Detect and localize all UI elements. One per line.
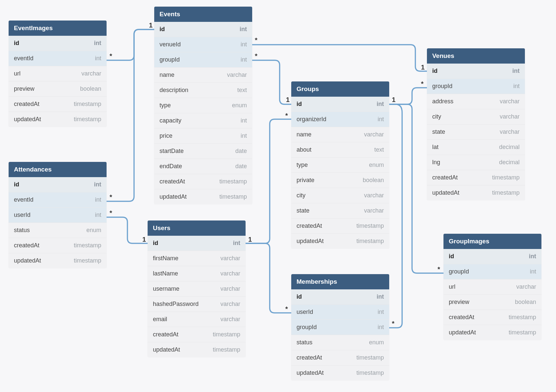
cardinality-one: 1 xyxy=(149,22,153,29)
field-row[interactable]: typeenum xyxy=(154,98,252,113)
field-row[interactable]: updatedAttimestamp xyxy=(9,112,107,127)
field-row[interactable]: urlvarchar xyxy=(443,279,541,294)
cardinality-many: * xyxy=(285,112,288,120)
field-row[interactable]: idint xyxy=(427,64,525,78)
field-name: updatedAt xyxy=(160,193,187,200)
field-row[interactable]: idint xyxy=(9,177,107,192)
field-row[interactable]: groupIdint xyxy=(443,264,541,279)
field-row[interactable]: createdAttimestamp xyxy=(154,174,252,189)
field-row[interactable]: cityvarchar xyxy=(427,109,525,124)
field-row[interactable]: lngdecimal xyxy=(427,155,525,170)
field-row[interactable]: firstNamevarchar xyxy=(148,251,246,266)
field-row[interactable]: latdecimal xyxy=(427,139,525,155)
field-row[interactable]: namevarchar xyxy=(291,127,389,142)
field-row[interactable]: userIdint xyxy=(291,304,389,319)
field-row[interactable]: typeenum xyxy=(291,157,389,172)
field-row[interactable]: statusenum xyxy=(291,335,389,350)
field-row[interactable]: createdAttimestamp xyxy=(148,327,246,342)
entity-eventimages[interactable]: EventImages idinteventIdinturlvarcharpre… xyxy=(9,21,107,127)
field-row[interactable]: eventIdint xyxy=(9,192,107,207)
field-type: timestamp xyxy=(509,329,536,336)
field-row[interactable]: namevarchar xyxy=(154,67,252,82)
field-type: decimal xyxy=(499,144,520,151)
field-type: timestamp xyxy=(356,369,384,376)
field-row[interactable]: groupIdint xyxy=(291,319,389,335)
field-name: createdAt xyxy=(297,222,322,229)
field-row[interactable]: createdAttimestamp xyxy=(443,310,541,325)
field-row[interactable]: updatedAttimestamp xyxy=(291,233,389,249)
diagram-canvas: * 1 * * 1 1 * * * 1 * 1 1 * * * EventIma… xyxy=(0,0,556,392)
field-type: int xyxy=(529,253,536,260)
field-row[interactable]: startDatedate xyxy=(154,143,252,159)
field-row[interactable]: userIdint xyxy=(9,207,107,222)
field-row[interactable]: idint xyxy=(9,36,107,51)
field-name: createdAt xyxy=(14,101,39,108)
field-row[interactable]: idint xyxy=(291,289,389,304)
field-row[interactable]: groupIdint xyxy=(427,78,525,94)
field-row[interactable]: descriptiontext xyxy=(154,82,252,98)
field-row[interactable]: abouttext xyxy=(291,142,389,157)
entity-groups[interactable]: Groups idintorganizerIdintnamevarcharabo… xyxy=(291,81,389,249)
field-row[interactable]: createdAttimestamp xyxy=(291,218,389,233)
field-type: timestamp xyxy=(213,346,240,353)
entity-venues[interactable]: Venues idintgroupIdintaddressvarcharcity… xyxy=(427,48,525,200)
field-row[interactable]: endDatedate xyxy=(154,159,252,174)
field-row[interactable]: idint xyxy=(154,22,252,37)
entity-body: idintvenueIdintgroupIdintnamevarchardesc… xyxy=(154,22,252,204)
field-type: varchar xyxy=(500,128,520,135)
field-row[interactable]: updatedAttimestamp xyxy=(148,342,246,357)
field-row[interactable]: updatedAttimestamp xyxy=(291,365,389,380)
field-row[interactable]: groupIdint xyxy=(154,52,252,67)
entity-header: Events xyxy=(154,7,252,22)
field-name: id xyxy=(297,101,302,108)
field-row[interactable]: createdAttimestamp xyxy=(9,96,107,112)
field-row[interactable]: createdAttimestamp xyxy=(427,170,525,185)
field-name: name xyxy=(297,131,311,138)
field-row[interactable]: idint xyxy=(443,249,541,264)
field-type: timestamp xyxy=(219,193,247,200)
field-row[interactable]: idint xyxy=(148,236,246,251)
field-row[interactable]: organizerIdint xyxy=(291,112,389,127)
entity-users[interactable]: Users idintfirstNamevarcharlastNamevarch… xyxy=(148,220,246,357)
field-row[interactable]: statevarchar xyxy=(427,124,525,139)
field-row[interactable]: updatedAttimestamp xyxy=(427,185,525,200)
field-name: email xyxy=(153,316,167,323)
field-row[interactable]: addressvarchar xyxy=(427,94,525,109)
field-row[interactable]: lastNamevarchar xyxy=(148,266,246,281)
field-row[interactable]: updatedAttimestamp xyxy=(154,189,252,204)
field-name: lng xyxy=(432,159,440,166)
field-type: varchar xyxy=(364,207,384,214)
field-type: varchar xyxy=(81,70,101,77)
field-row[interactable]: usernamevarchar xyxy=(148,281,246,296)
field-type: timestamp xyxy=(356,222,384,229)
field-row[interactable]: eventIdint xyxy=(9,51,107,66)
entity-body: idinteventIdinturlvarcharpreviewbooleanc… xyxy=(9,36,107,127)
field-row[interactable]: hashedPasswordvarchar xyxy=(148,296,246,312)
entity-events[interactable]: Events idintvenueIdintgroupIdintnamevarc… xyxy=(154,7,252,204)
field-row[interactable]: previewboolean xyxy=(443,294,541,310)
field-row[interactable]: createdAttimestamp xyxy=(9,238,107,253)
field-row[interactable]: venueIdint xyxy=(154,37,252,52)
field-row[interactable]: previewboolean xyxy=(9,81,107,96)
field-row[interactable]: createdAttimestamp xyxy=(291,350,389,365)
field-row[interactable]: capacityint xyxy=(154,113,252,128)
entity-memberships[interactable]: Memberships idintuserIdintgroupIdintstat… xyxy=(291,274,389,380)
field-type: date xyxy=(235,148,247,155)
field-row[interactable]: idint xyxy=(291,97,389,112)
field-name: city xyxy=(297,192,305,199)
entity-attendances[interactable]: Attendances idinteventIdintuserIdintstat… xyxy=(9,162,107,268)
field-row[interactable]: statusenum xyxy=(9,222,107,238)
field-name: updatedAt xyxy=(14,116,41,123)
entity-header: Users xyxy=(148,220,246,236)
field-row[interactable]: emailvarchar xyxy=(148,312,246,327)
field-row[interactable]: urlvarchar xyxy=(9,66,107,81)
field-name: updatedAt xyxy=(14,257,41,264)
field-row[interactable]: updatedAttimestamp xyxy=(9,253,107,268)
field-row[interactable]: updatedAttimestamp xyxy=(443,325,541,340)
field-row[interactable]: privateboolean xyxy=(291,172,389,188)
field-name: hashedPassword xyxy=(153,301,199,308)
field-row[interactable]: priceint xyxy=(154,128,252,143)
entity-groupimages[interactable]: GroupImages idintgroupIdinturlvarcharpre… xyxy=(443,234,541,340)
field-row[interactable]: cityvarchar xyxy=(291,188,389,203)
field-row[interactable]: statevarchar xyxy=(291,203,389,218)
